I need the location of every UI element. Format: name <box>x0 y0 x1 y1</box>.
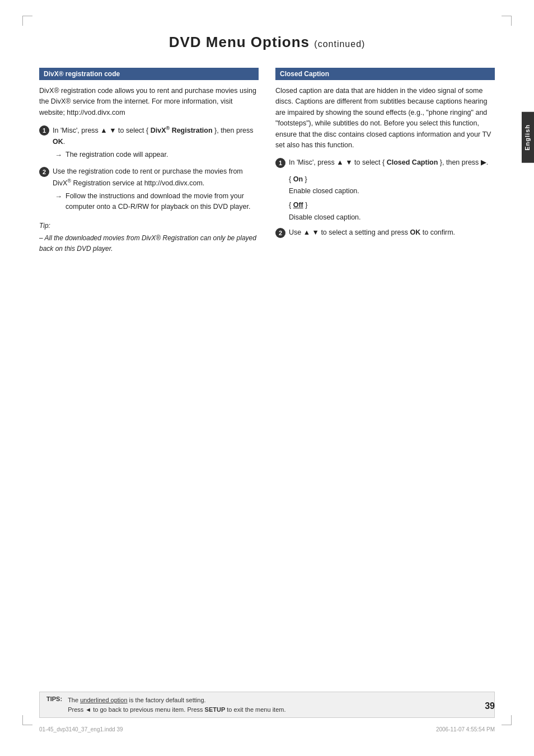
arrow-symbol-2: → <box>55 191 62 213</box>
right-step-2: 2 Use ▲ ▼ to select a setting and press … <box>275 227 495 238</box>
right-section-body: Closed caption are data that are hidden … <box>275 86 495 239</box>
tips-line1: The underlined option is the factory def… <box>68 696 285 705</box>
corner-mark-bl <box>22 715 32 725</box>
left-section-header: DivX® registration code <box>39 68 259 80</box>
step2-text: Use the registration code to rent or pur… <box>53 167 243 187</box>
step1-arrow: → The registration code will appear. <box>55 150 259 161</box>
tips-bar: TIPS: The underlined option is the facto… <box>39 692 495 718</box>
page: English DVD Menu Options (continued) Div… <box>0 0 534 756</box>
option-on-desc: Enable closed caption. <box>289 186 495 197</box>
footer-right: 2006-11-07 4:55:54 PM <box>436 726 495 732</box>
tips-content: The underlined option is the factory def… <box>68 696 285 714</box>
title-main: DVD Menu Options <box>169 34 310 50</box>
page-title: DVD Menu Options (continued) <box>39 34 495 55</box>
tips-underline: underlined option <box>80 697 127 703</box>
left-step-1: 1 In 'Misc', press ▲ ▼ to select { DivX®… <box>39 125 259 161</box>
tip-label: Tip: <box>39 222 50 230</box>
tips-label: TIPS: <box>46 696 62 714</box>
option-off-desc: Disable closed caption. <box>289 212 495 223</box>
right-step2-number: 2 <box>275 228 285 238</box>
tips-line2: Press ◄ to go back to previous menu item… <box>68 705 285 715</box>
step1-content: In 'Misc', press ▲ ▼ to select { DivX® R… <box>53 125 259 161</box>
content-columns: DivX® registration code DivX® registrati… <box>39 68 495 254</box>
right-section-header: Closed Caption <box>275 68 495 80</box>
left-section-body: DivX® registration code allows you to re… <box>39 86 259 254</box>
left-column: DivX® registration code DivX® registrati… <box>39 68 259 254</box>
right-step1-number: 1 <box>275 158 285 168</box>
page-number: 39 <box>485 701 495 711</box>
corner-mark-tl <box>22 16 32 26</box>
step1-text: In 'Misc', press ▲ ▼ to select { DivX® R… <box>53 127 254 145</box>
options-block: { On } Enable closed caption. { Off } Di… <box>289 174 495 223</box>
english-tab: English <box>522 112 534 163</box>
tip-text: – All the downloaded movies from DivX® R… <box>39 233 259 254</box>
step1-number: 1 <box>39 125 49 136</box>
step2-content: Use the registration code to rent or pur… <box>53 166 259 213</box>
right-step1-text: In 'Misc', press ▲ ▼ to select { Closed … <box>289 158 488 166</box>
corner-mark-tr <box>502 16 512 26</box>
step2-arrow-text: Follow the instructions and download the… <box>65 191 259 213</box>
step2-number: 2 <box>39 167 49 177</box>
option-on-label: { On } <box>289 174 495 185</box>
footer-left: 01-45_dvp3140_37_eng1.indd 39 <box>39 726 123 732</box>
arrow-symbol-1: → <box>55 150 62 161</box>
option-off-label: { Off } <box>289 200 495 211</box>
right-step2-content: Use ▲ ▼ to select a setting and press OK… <box>289 227 495 238</box>
left-step-2: 2 Use the registration code to rent or p… <box>39 166 259 213</box>
left-intro: DivX® registration code allows you to re… <box>39 86 259 118</box>
title-continued: (continued) <box>314 39 365 49</box>
right-step2-text: Use ▲ ▼ to select a setting and press OK… <box>289 228 455 236</box>
right-column: Closed Caption Closed caption are data t… <box>275 68 495 254</box>
tip-section: Tip: – All the downloaded movies from Di… <box>39 221 259 254</box>
right-step-1: 1 In 'Misc', press ▲ ▼ to select { Close… <box>275 157 495 168</box>
step2-arrow: → Follow the instructions and download t… <box>55 191 259 213</box>
right-step1-content: In 'Misc', press ▲ ▼ to select { Closed … <box>289 157 495 168</box>
right-intro: Closed caption are data that are hidden … <box>275 86 495 151</box>
step1-arrow-text: The registration code will appear. <box>65 150 168 161</box>
corner-mark-br <box>502 715 512 725</box>
